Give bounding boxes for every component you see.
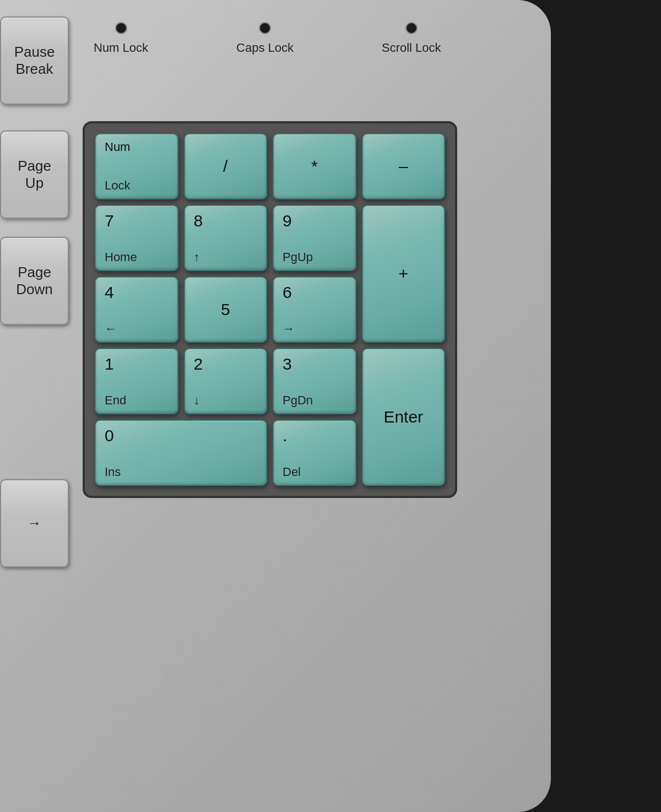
indicators-area: Num Lock Caps Lock Scroll Lock [94,22,441,55]
enter-key[interactable]: Enter [362,348,446,486]
num-lock-indicator: Num Lock [94,22,148,55]
minus-key-label: – [399,158,408,175]
caps-lock-label: Caps Lock [236,41,294,55]
caps-lock-indicator: Caps Lock [236,22,294,55]
seven-key-top: 7 [105,213,169,229]
numpad-row-1: Num Lock / * – [95,133,445,199]
plus-key-label: + [398,266,408,282]
pause-break-key[interactable]: PauseBreak [0,17,69,105]
one-key-top: 1 [105,356,169,372]
two-key-top: 2 [194,356,258,372]
divide-key[interactable]: / [184,133,268,199]
scroll-lock-label: Scroll Lock [382,41,441,55]
page-up-label: PageUp [18,158,51,192]
enter-key-label: Enter [383,409,423,425]
page-down-key[interactable]: PageDown [0,237,69,325]
num-lock-dot [115,22,127,34]
dot-key-bottom: Del [283,466,346,478]
zero-key-top: 0 [105,427,257,444]
seven-key-bottom: Home [105,251,169,263]
pause-break-label: PauseBreak [14,44,55,78]
nine-key[interactable]: 9 PgUp [273,205,356,271]
one-key-bottom: End [105,394,169,407]
three-key-top: 3 [283,356,346,372]
four-key-top: 4 [105,284,169,301]
page-up-key[interactable]: PageUp [0,131,69,219]
num-lock-label: Num Lock [94,41,148,55]
four-key-bottom: ← [105,323,169,335]
numpad-rows-2-3: 7 Home 8 ↑ 9 PgUp + 4 ← 5 [95,205,445,343]
divide-key-label: / [223,158,227,175]
nine-key-bottom: PgUp [283,251,346,263]
two-key-bottom: ↓ [194,394,258,407]
zero-key-bottom: Ins [105,466,257,478]
seven-key[interactable]: 7 Home [95,205,178,271]
five-key-top: 5 [221,301,230,318]
num-lock-key-bottom: Lock [105,180,169,192]
page-down-label: PageDown [16,264,52,298]
num-lock-key-top: Num [105,141,169,153]
six-key[interactable]: 6 → [273,277,356,343]
caps-lock-dot [259,22,271,34]
arrow-right-label: → [28,515,42,532]
zero-key[interactable]: 0 Ins [95,420,267,486]
six-key-top: 6 [283,284,346,301]
three-key[interactable]: 3 PgDn [273,348,356,414]
eight-key-top: 8 [194,213,258,229]
dot-key-top: . [283,427,346,444]
scroll-lock-dot [405,22,418,34]
keyboard-body: Num Lock Caps Lock Scroll Lock PauseBrea… [0,0,551,812]
three-key-bottom: PgDn [283,394,346,407]
nine-key-top: 9 [283,213,346,229]
dot-key[interactable]: . Del [273,420,356,486]
multiply-key-label: * [311,158,318,175]
scroll-lock-indicator: Scroll Lock [382,22,441,55]
multiply-key[interactable]: * [273,133,356,199]
four-key[interactable]: 4 ← [95,277,178,343]
numpad: Num Lock / * – 7 Home 8 ↑ 9 [83,121,457,498]
num-lock-key[interactable]: Num Lock [95,133,178,199]
one-key[interactable]: 1 End [95,348,178,414]
two-key[interactable]: 2 ↓ [184,348,268,414]
five-key[interactable]: 5 [184,277,268,343]
plus-key[interactable]: + [362,205,446,343]
arrow-right-key[interactable]: → [0,479,69,567]
numpad-rows-4-5: 1 End 2 ↓ 3 PgDn Enter 0 Ins . Del [95,348,445,486]
six-key-bottom: → [283,323,346,335]
eight-key[interactable]: 8 ↑ [184,205,268,271]
minus-key[interactable]: – [362,133,446,199]
eight-key-bottom: ↑ [194,251,258,263]
